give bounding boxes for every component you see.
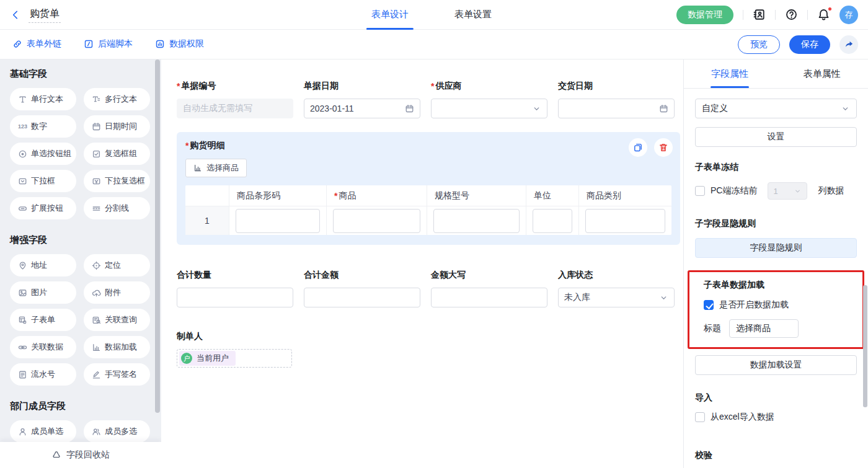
sidebar-item-handwritten-signature[interactable]: 手写签名 (84, 363, 150, 386)
field-total-qty[interactable]: 合计数量 (177, 270, 293, 307)
dataload-settings-button[interactable]: 数据加载设置 (695, 355, 857, 375)
tab-form-properties[interactable]: 表单属性 (776, 60, 868, 88)
field-storage-status[interactable]: 入库状态未入库 (558, 270, 675, 307)
chevron-down-icon (532, 104, 541, 113)
attachment-icon (92, 288, 101, 298)
avatar[interactable]: 存 (839, 6, 858, 24)
sidebar-item-checkbox-group[interactable]: 复选框组 (84, 143, 150, 165)
help-icon[interactable] (785, 8, 798, 21)
table-cell-input[interactable] (585, 209, 665, 233)
sidebar-item-related-query[interactable]: 关联查询 (84, 309, 150, 331)
field-label: 单据日期 (304, 81, 420, 92)
save-button[interactable]: 保存 (789, 35, 830, 54)
trash-icon (658, 143, 668, 152)
delivery-date-input[interactable] (558, 99, 675, 118)
sidebar-section-title: 增强字段 (10, 234, 150, 246)
contacts-book-icon[interactable] (753, 8, 766, 21)
dropdown-multi-icon (92, 177, 101, 186)
table-header-cell: *商品 (326, 185, 427, 206)
back-icon[interactable] (10, 9, 21, 20)
property-panel: 字段属性 表单属性 自定义 设置 子表单冻结 PC端冻结前 1 列数据 子字段显… (683, 60, 868, 468)
field-label: 金额大写 (431, 270, 547, 281)
sidebar-item-serial-number[interactable]: 流水号 (10, 363, 76, 386)
visibility-rules-button[interactable]: 字段显隐规则 (695, 238, 857, 258)
table-cell (578, 206, 671, 235)
enable-dataload-checkbox[interactable] (704, 300, 714, 310)
settings-button[interactable]: 设置 (695, 127, 857, 147)
sidebar-scrollbar[interactable] (155, 60, 160, 413)
subform-purchase-detail[interactable]: *购货明细 选择商品 商品条形码*商品规格型号单位商品类别 1 (177, 132, 680, 245)
total-amount-input[interactable] (304, 288, 420, 307)
tab-field-properties[interactable]: 字段属性 (684, 60, 776, 88)
sidebar-item-divider[interactable]: 分割线 (84, 197, 150, 219)
total-qty-input[interactable] (177, 288, 293, 307)
data-manage-button[interactable]: 数据管理 (676, 6, 733, 24)
table-cell-input[interactable] (533, 209, 572, 233)
delete-subform-button[interactable] (654, 138, 673, 157)
sidebar-item-data-load[interactable]: 数据加载 (84, 336, 150, 358)
table-cell-input[interactable] (333, 209, 420, 233)
data-permission-link[interactable]: 数据权限 (155, 38, 204, 50)
field-supplier[interactable]: *供应商 (431, 81, 547, 118)
field-amount-in-words[interactable]: 金额大写 (431, 270, 547, 307)
form-mode-tabs: 表单设计 表单设置 (368, 0, 495, 30)
field-total-amount[interactable]: 合计金额 (304, 270, 420, 307)
dataload-title-input[interactable]: 选择商品 (729, 319, 799, 338)
notification-bell-icon[interactable] (817, 8, 830, 21)
field-order-date[interactable]: 单据日期2023-01-11 (304, 81, 420, 118)
data-load-icon (92, 343, 101, 352)
sidebar-item-multi-line-text[interactable]: 多行文本 (84, 88, 150, 110)
field-delivery-date[interactable]: 交货日期 (558, 81, 675, 118)
freeze-count-select[interactable]: 1 (768, 182, 807, 200)
sidebar-item-address[interactable]: 地址 (10, 254, 76, 276)
share-button[interactable] (839, 35, 858, 54)
amount-in-words-input[interactable] (431, 288, 547, 307)
field-order-no[interactable]: *单据编号自动生成无需填写 (177, 81, 293, 118)
import-section-title: 导入 (695, 392, 857, 404)
form-title[interactable]: 购货单 (29, 7, 61, 23)
visibility-rules-title: 子字段显隐规则 (695, 218, 857, 229)
field-recycle-bin-button[interactable]: 字段回收站 (0, 442, 161, 468)
table-cell-input[interactable] (433, 209, 520, 233)
sidebar-item-number[interactable]: 123数字 (10, 115, 76, 138)
sidebar-item-subform[interactable]: 子表单 (10, 309, 76, 331)
table-cell-input[interactable] (236, 209, 320, 233)
supplier-input[interactable] (431, 99, 547, 118)
sidebar-item-related-data[interactable]: 关联数据 (10, 336, 76, 358)
select-product-button[interactable]: 选择商品 (185, 159, 247, 177)
table-header-cell: 商品条形码 (229, 185, 326, 206)
sidebar-item-extend-button[interactable]: 扩展按钮 (10, 197, 76, 219)
tab-form-design[interactable]: 表单设计 (368, 0, 412, 30)
maker-value-box[interactable]: 户 当前用户 (177, 349, 292, 368)
sidebar-item-datetime[interactable]: 日期时间 (84, 115, 150, 138)
order-no-input[interactable]: 自动生成无需填写 (177, 99, 293, 118)
sidebar-item-image[interactable]: 图片 (10, 281, 76, 304)
tab-form-settings[interactable]: 表单设置 (451, 0, 495, 30)
member-single-icon (18, 427, 27, 436)
sidebar-item-location[interactable]: 定位 (84, 254, 150, 276)
storage-status-input[interactable]: 未入库 (558, 288, 675, 307)
backend-script-link[interactable]: 后端脚本 (84, 38, 133, 50)
copy-subform-button[interactable] (629, 138, 647, 157)
field-type-select[interactable]: 自定义 (695, 99, 857, 118)
form-external-link-link[interactable]: 表单外链 (12, 38, 61, 50)
panel-scrollbar[interactable] (863, 285, 867, 407)
order-date-input[interactable]: 2023-01-11 (304, 99, 420, 118)
subform-title: *购货明细 (185, 140, 671, 151)
sidebar-item-attachment[interactable]: 附件 (84, 281, 150, 304)
sidebar-item-dropdown-multi[interactable]: 下拉复选框 (84, 170, 150, 192)
sidebar-section: 基础字段单行文本多行文本123数字日期时间单选按钮组复选框组下拉框下拉复选框扩展… (10, 68, 150, 219)
field-label: 合计金额 (304, 270, 420, 281)
table-header-rownum (185, 185, 229, 206)
table-row-number: 1 (185, 206, 229, 235)
freeze-checkbox[interactable] (695, 186, 705, 196)
sidebar-item-single-line-text[interactable]: 单行文本 (10, 88, 76, 110)
sidebar-item-dropdown[interactable]: 下拉框 (10, 170, 76, 192)
share-icon (844, 40, 854, 49)
excel-import-checkbox[interactable] (695, 412, 705, 422)
preview-button[interactable]: 预览 (738, 35, 780, 54)
field-maker[interactable]: 制单人 户 当前用户 (177, 331, 680, 368)
sidebar-item-member-single[interactable]: 成员单选 (10, 420, 76, 443)
sidebar-item-member-multi[interactable]: 成员多选 (84, 420, 150, 443)
sidebar-item-radio-group[interactable]: 单选按钮组 (10, 143, 76, 165)
